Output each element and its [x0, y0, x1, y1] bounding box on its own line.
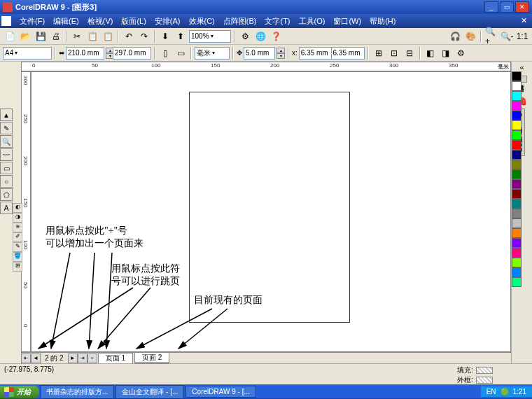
prev-page-button[interactable]: ◄ — [31, 354, 41, 363]
clock[interactable]: 1:21 — [513, 388, 526, 396]
community-button[interactable]: 🎧 — [448, 29, 462, 43]
menu-effects[interactable]: 效果(C) — [185, 15, 219, 28]
zoom-11-button[interactable]: 1:1 — [515, 29, 529, 43]
paper-combo[interactable]: A4 — [3, 47, 52, 59]
outline-swatch[interactable] — [476, 377, 493, 384]
menu-arrange[interactable]: 安排(A) — [150, 15, 185, 28]
lang-indicator[interactable]: EN — [486, 388, 496, 396]
options-button[interactable]: ⚙ — [454, 46, 468, 60]
save-button[interactable]: 💾 — [34, 29, 48, 43]
zoom-in-button[interactable]: 🔍+ — [484, 29, 498, 43]
scripts-button[interactable]: ⚙ — [238, 29, 252, 43]
add-page-button[interactable]: + — [88, 354, 97, 363]
color-swatch[interactable] — [512, 150, 522, 160]
undo-button[interactable]: ↶ — [122, 29, 136, 43]
fill-tool[interactable]: 🪣 — [13, 252, 22, 262]
cut-button[interactable]: ✂ — [70, 29, 84, 43]
menu-view[interactable]: 检视(V) — [83, 15, 118, 28]
nudge-input[interactable] — [244, 47, 275, 59]
pick-tool[interactable]: ▲ — [0, 108, 13, 121]
outline-tool[interactable]: ✎ — [13, 242, 22, 252]
redo-button[interactable]: ↷ — [137, 29, 151, 43]
canvas[interactable]: 用鼠标点按此"+"号 可以增加出一个页面来 用鼠标点按此符 号可以进行跳页 目前… — [31, 71, 511, 352]
unit-combo[interactable]: 毫米 — [195, 47, 230, 59]
interactive-fill-tool[interactable]: ◐ — [13, 203, 22, 213]
minimize-button[interactable]: _ — [484, 1, 498, 13]
close-button[interactable]: ✕ — [515, 1, 529, 13]
page-height-input[interactable] — [113, 47, 151, 59]
color-swatch[interactable] — [512, 81, 522, 91]
color-swatch[interactable] — [512, 277, 522, 287]
menu-help[interactable]: 帮助(H) — [365, 15, 400, 28]
new-button[interactable]: 📄 — [3, 29, 17, 43]
import-button[interactable]: ⬇ — [158, 29, 172, 43]
color-swatch[interactable] — [512, 130, 522, 140]
menu-text[interactable]: 文字(T) — [260, 15, 294, 28]
page-tab-1[interactable]: 页面 1 — [98, 353, 133, 364]
blend-tool[interactable]: ≋ — [13, 223, 22, 232]
color-swatch[interactable] — [512, 199, 522, 209]
treat-as-filled-button[interactable]: ◧ — [424, 46, 438, 60]
color-swatch[interactable] — [512, 91, 522, 101]
menu-bitmap[interactable]: 点阵图(B) — [219, 15, 261, 28]
menu-edit[interactable]: 编辑(E) — [49, 15, 83, 28]
last-page-button[interactable]: ⇥ — [78, 354, 88, 363]
nudge-spinner[interactable]: ▴▾ — [276, 48, 285, 59]
color-swatch[interactable] — [512, 160, 522, 169]
snap-obj-button[interactable]: ⊟ — [402, 46, 416, 60]
maximize-button[interactable]: ▭ — [500, 1, 514, 13]
print-button[interactable]: 🖨 — [49, 29, 63, 43]
ruler-vertical[interactable]: 300 250 200 150 100 50 0 — [21, 71, 31, 352]
copy-button[interactable]: 📋 — [85, 29, 99, 43]
menu-layout[interactable]: 版面(L) — [117, 15, 150, 28]
color-swatch[interactable] — [512, 189, 522, 199]
ellipse-tool[interactable]: ○ — [0, 175, 13, 188]
page-tab-2[interactable]: 页面 2 — [134, 352, 169, 364]
text-tool[interactable]: A — [0, 202, 13, 214]
page-width-input[interactable] — [66, 47, 104, 59]
color-swatch[interactable] — [512, 228, 522, 238]
snap-grid-button[interactable]: ⊞ — [372, 46, 386, 60]
tray-icon[interactable]: 🟢 — [500, 388, 509, 396]
color-swatch[interactable] — [512, 140, 522, 150]
system-tray[interactable]: EN 🟢 1:21 — [481, 386, 532, 397]
next-page-button[interactable]: ► — [68, 354, 78, 363]
taskbar-item-3[interactable]: CorelDRAW 9 - [... — [186, 386, 255, 398]
fill-swatch[interactable] — [476, 367, 493, 374]
freehand-tool[interactable]: 〰 — [0, 148, 13, 161]
menu-tools[interactable]: 工具(O) — [295, 15, 330, 28]
color-swatch[interactable] — [512, 169, 522, 179]
corel-online-button[interactable]: 🌐 — [253, 29, 267, 43]
snap-guide-button[interactable]: ⊡ — [387, 46, 401, 60]
export-button[interactable]: ⬆ — [174, 29, 188, 43]
draw-complex-button[interactable]: ◨ — [439, 46, 453, 60]
taskbar-item-2[interactable]: 金山全文翻译 - [... — [115, 385, 184, 399]
whatsthis-button[interactable]: ❓ — [269, 29, 283, 43]
rectangle-tool[interactable]: ▭ — [0, 162, 13, 174]
taskbar-item-1[interactable]: 书册杂志的排版方... — [40, 385, 114, 399]
transparency-tool[interactable]: ◑ — [13, 213, 22, 223]
landscape-button[interactable]: ▭ — [174, 46, 188, 60]
dup-x-input[interactable] — [299, 47, 332, 59]
color-swatch[interactable] — [512, 218, 522, 228]
color-swatch[interactable] — [512, 258, 522, 267]
color-swatch[interactable] — [512, 248, 522, 258]
menu-window[interactable]: 窗口(W) — [329, 15, 365, 28]
zoom-combo[interactable]: 100% — [189, 30, 231, 43]
polygon-tool[interactable]: ⬠ — [0, 188, 13, 201]
color-swatch[interactable] — [512, 101, 522, 111]
dup-y-input[interactable] — [331, 47, 365, 59]
paste-button[interactable]: 📋 — [101, 29, 115, 43]
portrait-button[interactable]: ▯ — [158, 46, 172, 60]
zoom-out-button[interactable]: 🔍- — [500, 29, 514, 43]
color-swatch[interactable] — [512, 120, 522, 130]
color-swatch[interactable] — [512, 238, 522, 248]
color-swatch[interactable] — [512, 209, 522, 218]
color-swatch[interactable] — [512, 111, 522, 120]
zoom-tool[interactable]: 🔍 — [0, 135, 13, 148]
shape-tool[interactable]: ✎ — [0, 122, 13, 134]
drawing-page[interactable] — [189, 92, 350, 323]
open-button[interactable]: 📂 — [18, 29, 32, 43]
mesh-tool[interactable]: ⊞ — [13, 262, 22, 272]
doc-close-button[interactable]: ✕ — [521, 16, 531, 26]
